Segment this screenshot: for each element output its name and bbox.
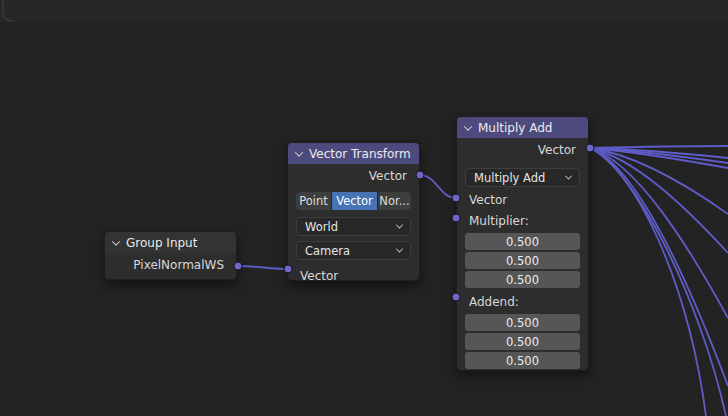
node-link-wire bbox=[590, 148, 728, 253]
output-label-vector: Vector bbox=[288, 164, 419, 188]
type-button-vector[interactable]: Vector bbox=[332, 192, 377, 210]
output-label-vector: Vector bbox=[457, 138, 588, 162]
socket-multiply-add-vector-output[interactable] bbox=[586, 144, 595, 153]
node-group-input-header[interactable]: Group Input bbox=[105, 232, 236, 253]
node-multiply-add[interactable]: Multiply Add Vector Multiply Add Vector … bbox=[456, 116, 589, 371]
area-top-strip bbox=[0, 0, 728, 22]
node-link-wire bbox=[590, 148, 728, 163]
chevron-down-icon bbox=[565, 173, 572, 180]
node-group-input[interactable]: Group Input PixelNormalWS bbox=[104, 231, 237, 280]
node-editor-canvas[interactable]: Group Input PixelNormalWS Vector Transfo… bbox=[0, 0, 728, 416]
node-link-wire bbox=[590, 148, 706, 416]
space-to-dropdown[interactable]: Camera bbox=[296, 241, 411, 260]
type-button-point[interactable]: Point bbox=[296, 192, 331, 210]
space-from-dropdown[interactable]: World bbox=[296, 217, 411, 236]
multiplier-value-y[interactable]: 0.500 bbox=[465, 252, 580, 269]
node-title: Group Input bbox=[126, 236, 197, 250]
socket-vector-transform-vector-input[interactable] bbox=[284, 265, 293, 274]
addend-value-x[interactable]: 0.500 bbox=[465, 314, 580, 331]
multiplier-value-z[interactable]: 0.500 bbox=[465, 271, 580, 288]
output-label-pixelnormalws: PixelNormalWS bbox=[105, 253, 236, 277]
operation-value: Multiply Add bbox=[474, 171, 545, 185]
node-link-wire bbox=[590, 148, 728, 214]
node-title: Multiply Add bbox=[478, 121, 552, 135]
type-button-normal[interactable]: Nor... bbox=[378, 192, 411, 210]
node-link-wire bbox=[590, 148, 728, 386]
node-link-wire bbox=[238, 266, 289, 269]
node-vector-transform[interactable]: Vector Transform Vector Point Vector Nor… bbox=[287, 142, 420, 281]
node-multiply-add-header[interactable]: Multiply Add bbox=[457, 117, 588, 138]
node-link-wire bbox=[590, 148, 728, 158]
transform-type-buttons: Point Vector Nor... bbox=[296, 192, 411, 210]
space-from-value: World bbox=[305, 220, 338, 234]
node-vector-transform-header[interactable]: Vector Transform bbox=[288, 143, 419, 164]
input-label-vector: Vector bbox=[457, 189, 588, 211]
chevron-down-icon bbox=[396, 246, 403, 253]
multiplier-label: Multiplier: bbox=[457, 211, 588, 231]
socket-vector-transform-vector-output[interactable] bbox=[416, 171, 425, 180]
node-link-wire bbox=[590, 146, 728, 148]
chevron-down-icon bbox=[396, 222, 403, 229]
node-link-wire bbox=[590, 148, 728, 318]
input-label-vector: Vector bbox=[288, 264, 419, 288]
node-link-wire bbox=[590, 148, 728, 168]
space-to-value: Camera bbox=[305, 244, 350, 258]
addend-value-z[interactable]: 0.500 bbox=[465, 352, 580, 369]
multiplier-value-x[interactable]: 0.500 bbox=[465, 233, 580, 250]
collapse-chevron-icon[interactable] bbox=[112, 237, 120, 245]
operation-dropdown[interactable]: Multiply Add bbox=[465, 168, 580, 187]
addend-value-y[interactable]: 0.500 bbox=[465, 333, 580, 350]
collapse-chevron-icon[interactable] bbox=[295, 148, 303, 156]
socket-multiply-add-multiplier-input[interactable] bbox=[452, 214, 461, 223]
socket-group-input-pixelnormalws-output[interactable] bbox=[234, 262, 243, 271]
node-link-wire bbox=[420, 175, 456, 198]
addend-label: Addend: bbox=[457, 292, 588, 312]
collapse-chevron-icon[interactable] bbox=[464, 122, 472, 130]
socket-multiply-add-addend-input[interactable] bbox=[452, 293, 461, 302]
node-link-wire bbox=[590, 148, 726, 416]
socket-multiply-add-vector-input[interactable] bbox=[452, 194, 461, 203]
area-corner-decoration bbox=[0, 0, 40, 40]
node-title: Vector Transform bbox=[309, 147, 411, 161]
